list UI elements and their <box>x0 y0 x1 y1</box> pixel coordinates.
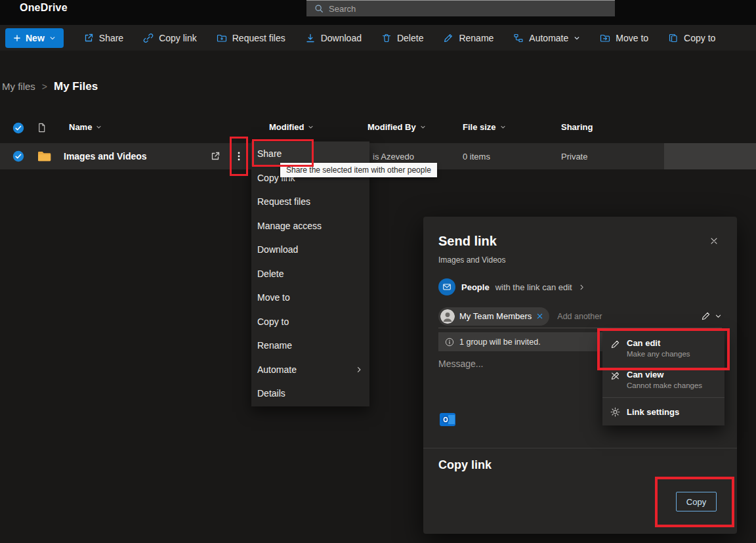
chevron-down-icon <box>49 35 56 41</box>
select-all-checkbox[interactable] <box>12 122 24 134</box>
file-list-header: Name Modified Modified By File size Shar… <box>0 116 756 141</box>
column-header-file-size[interactable]: File size <box>463 122 506 132</box>
gear-icon <box>610 407 620 417</box>
breadcrumb: My files > My Files <box>2 80 98 93</box>
menu-item-label: Copy to <box>257 316 289 327</box>
close-icon[interactable] <box>709 236 719 246</box>
item-context-menu: Share Copy link Request files Manage acc… <box>251 141 369 406</box>
remove-recipient-icon[interactable] <box>536 313 543 320</box>
dialog-title: Send link <box>438 234 497 249</box>
link-icon <box>143 33 154 43</box>
column-header-modified-label: Modified <box>269 122 304 132</box>
menu-divider <box>602 397 724 398</box>
context-menu-item-request-files[interactable]: Request files <box>251 190 369 214</box>
toolbar-copy-link-label: Copy link <box>159 33 197 43</box>
toolbar-move-to[interactable]: Move to <box>600 33 648 43</box>
toolbar-share-label: Share <box>99 33 123 43</box>
toolbar-delete-label: Delete <box>397 33 423 43</box>
column-header-modified[interactable]: Modified <box>269 122 314 132</box>
search-icon <box>314 4 324 13</box>
toolbar-copy-link[interactable]: Copy link <box>143 33 197 43</box>
new-button-label: New <box>26 33 45 43</box>
chevron-down-icon <box>574 35 580 41</box>
toolbar-automate[interactable]: Automate <box>513 33 580 43</box>
share-icon <box>83 33 94 43</box>
permission-menu: Can edit Make any changes Can view Canno… <box>602 331 724 425</box>
breadcrumb-current: My Files <box>54 80 98 93</box>
column-header-sharing[interactable]: Sharing <box>561 122 593 132</box>
cell-file-size: 0 items <box>463 152 490 162</box>
menu-item-label: Download <box>257 244 298 255</box>
more-actions-icon[interactable] <box>234 151 244 162</box>
context-menu-item-download[interactable]: Download <box>251 238 369 262</box>
outlook-icon[interactable] <box>439 411 456 428</box>
search-box[interactable] <box>306 0 615 16</box>
column-header-modified-by[interactable]: Modified By <box>368 122 426 132</box>
context-menu-item-automate[interactable]: Automate <box>251 358 369 382</box>
permission-option-can-edit[interactable]: Can edit Make any changes <box>602 332 724 364</box>
breadcrumb-parent[interactable]: My files <box>2 81 35 92</box>
file-type-column-icon[interactable] <box>37 123 47 133</box>
context-menu-item-details[interactable]: Details <box>251 381 369 406</box>
permission-option-title: Link settings <box>627 407 679 417</box>
invite-info-text: 1 group will be invited. <box>459 337 541 347</box>
menu-item-label: Rename <box>257 340 292 351</box>
rename-icon <box>443 33 453 43</box>
toolbar-request-files[interactable]: Request files <box>217 33 285 43</box>
share-tooltip: Share the selected item with other peopl… <box>280 163 437 177</box>
toolbar-automate-label: Automate <box>529 33 568 43</box>
audience-detail: with the link can edit <box>495 282 572 292</box>
menu-item-label: Request files <box>257 196 310 207</box>
command-bar: New Share Copy link Request files <box>0 25 756 51</box>
toolbar-delete[interactable]: Delete <box>381 33 423 43</box>
permission-dropdown-trigger[interactable] <box>701 311 722 321</box>
column-header-name[interactable]: Name <box>69 122 102 132</box>
delete-icon <box>381 33 392 43</box>
download-icon <box>305 33 316 43</box>
menu-item-label: Delete <box>257 269 284 279</box>
context-menu-item-move-to[interactable]: Move to <box>251 286 369 310</box>
pencil-icon <box>701 311 711 321</box>
toolbar-download-label: Download <box>321 33 362 43</box>
request-files-icon <box>217 33 227 43</box>
row-checkbox[interactable] <box>12 150 24 162</box>
toolbar-download[interactable]: Download <box>305 33 362 43</box>
row-end-highlight <box>664 143 756 169</box>
context-menu-item-manage-access[interactable]: Manage access <box>251 214 369 238</box>
search-input[interactable] <box>329 4 607 14</box>
permission-option-can-view[interactable]: Can view Cannot make changes <box>602 364 724 395</box>
permission-option-title: Can edit <box>627 338 690 348</box>
recipient-input-row: My Team Members <box>438 305 722 328</box>
permission-option-texts: Can edit Make any changes <box>627 338 690 358</box>
menu-item-label: Details <box>257 388 285 399</box>
avatar <box>440 309 455 324</box>
toolbar-copy-to[interactable]: Copy to <box>668 33 715 43</box>
recipient-chip[interactable]: My Team Members <box>438 307 549 326</box>
toolbar-rename[interactable]: Rename <box>443 33 494 43</box>
people-icon <box>438 278 455 295</box>
chevron-down-icon <box>308 124 314 130</box>
context-menu-item-copy-to[interactable]: Copy to <box>251 310 369 334</box>
permission-option-link-settings[interactable]: Link settings <box>602 400 724 424</box>
chevron-right-icon <box>355 366 363 374</box>
context-menu-item-rename[interactable]: Rename <box>251 334 369 358</box>
toolbar-share[interactable]: Share <box>83 33 123 43</box>
menu-item-label: Move to <box>257 292 290 303</box>
column-header-modified-by-label: Modified By <box>368 122 416 132</box>
file-name[interactable]: Images and Videos <box>64 151 147 162</box>
chevron-down-icon <box>500 124 506 130</box>
onedrive-app: OneDrive New Share <box>0 0 756 543</box>
toolbar-copy-to-label: Copy to <box>684 33 715 43</box>
add-recipient-input[interactable] <box>557 312 701 321</box>
context-menu-item-delete[interactable]: Delete <box>251 262 369 286</box>
link-audience-selector[interactable]: People with the link can edit <box>438 278 585 295</box>
copy-to-icon <box>668 33 679 43</box>
info-icon <box>445 337 454 347</box>
pencil-icon <box>610 339 620 349</box>
toolbar-rename-label: Rename <box>459 33 494 43</box>
new-button[interactable]: New <box>5 28 64 48</box>
cell-modified-by: is Azevedo <box>373 152 414 162</box>
copy-button[interactable]: Copy <box>676 492 717 511</box>
row-share-icon[interactable] <box>210 151 220 162</box>
plus-icon <box>13 34 21 42</box>
